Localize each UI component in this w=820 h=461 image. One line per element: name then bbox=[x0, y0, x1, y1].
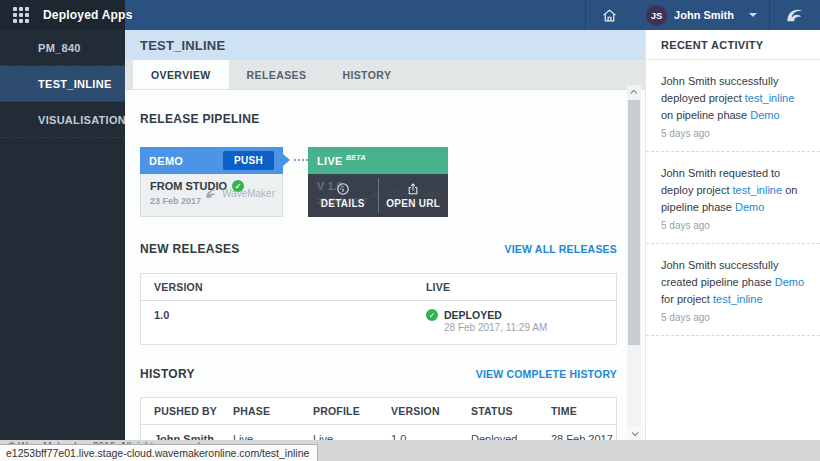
activity-item: John Smith successfully deployed project… bbox=[646, 60, 820, 152]
pipeline-arrow-icon bbox=[283, 154, 290, 166]
activity-text: on pipeline phase bbox=[661, 109, 750, 121]
sidebar-item-test-inline[interactable]: TEST_INLINE bbox=[0, 66, 125, 102]
status-bar-url: e1253bff77e01.live.stage-cloud.wavemaker… bbox=[0, 444, 318, 461]
activity-project-link[interactable]: test_inline bbox=[713, 293, 763, 305]
activity-phase-link[interactable]: Demo bbox=[735, 201, 764, 213]
new-releases-table: VERSION LIVE 1.0 ✓ DEPLOYED 28 Feb 2017,… bbox=[140, 273, 617, 345]
activity-item: John Smith requested to deploy project t… bbox=[646, 152, 820, 244]
history-version: 1.0 bbox=[391, 433, 471, 440]
push-button[interactable]: PUSH bbox=[223, 151, 274, 170]
overview-content: RELEASE PIPELINE DEMO PUSH FROM STUDIO ✓ bbox=[125, 90, 645, 440]
success-check-icon: ✓ bbox=[426, 309, 438, 321]
activity-project-link[interactable]: test_inline bbox=[733, 184, 783, 196]
table-row: John Smith Live Live 1.0 Deployed 28 Feb… bbox=[141, 425, 616, 440]
history-table: PUSHED BY PHASE PROFILE VERSION STATUS T… bbox=[140, 397, 617, 440]
home-button[interactable] bbox=[586, 0, 632, 30]
column-header-pushed-by: PUSHED BY bbox=[141, 405, 233, 417]
demo-phase-card: DEMO PUSH FROM STUDIO ✓ 23 Feb 2017 bbox=[140, 147, 283, 217]
sidebar-item-visualisation[interactable]: VISUALISATION bbox=[0, 102, 125, 138]
scrollbar-thumb[interactable] bbox=[628, 100, 640, 345]
column-header-profile: PROFILE bbox=[313, 405, 391, 417]
deployed-apps-window: Deployed Apps JS John Smith bbox=[0, 0, 820, 461]
sidebar: PM_840 TEST_INLINE VISUALISATION bbox=[0, 30, 125, 440]
brand-block: Deployed Apps bbox=[0, 0, 125, 30]
tab-history[interactable]: HISTORY bbox=[324, 60, 409, 89]
release-pipeline-heading: RELEASE PIPELINE bbox=[140, 112, 260, 126]
chevron-down-icon bbox=[749, 13, 757, 17]
page-title-band: TEST_INLINE bbox=[125, 30, 645, 60]
activity-phase-link[interactable]: Demo bbox=[750, 109, 779, 121]
demo-phase-label: DEMO bbox=[149, 155, 183, 167]
app-title: Deployed Apps bbox=[43, 8, 133, 22]
column-header-version: VERSION bbox=[141, 281, 426, 293]
column-header-status: STATUS bbox=[471, 405, 551, 417]
history-profile-link[interactable]: Live bbox=[313, 433, 391, 440]
release-version: 1.0 bbox=[141, 309, 426, 321]
view-all-releases-link[interactable]: VIEW ALL RELEASES bbox=[505, 243, 618, 255]
deploy-time: 28 Feb 2017, 11:29 AM bbox=[444, 322, 547, 333]
history-phase: Live bbox=[233, 433, 313, 440]
username: John Smith bbox=[674, 9, 734, 21]
activity-project-link[interactable]: test_inline bbox=[745, 92, 795, 104]
activity-time: 5 days ago bbox=[661, 128, 806, 139]
topbar-right: JS John Smith bbox=[125, 0, 820, 30]
share-icon bbox=[406, 182, 420, 196]
home-icon bbox=[601, 7, 618, 24]
activity-time: 5 days ago bbox=[661, 312, 806, 323]
live-phase-label: LIVE bbox=[317, 155, 343, 167]
footer: © WaveMaker Inc. 2016. All rights reserv… bbox=[0, 440, 820, 461]
open-url-button[interactable]: OPEN URL bbox=[379, 174, 449, 217]
history-time: 28 Feb 2017, bbox=[551, 433, 616, 440]
topbar: Deployed Apps JS John Smith bbox=[0, 0, 820, 30]
scroll-up-arrow[interactable] bbox=[627, 85, 641, 99]
sidebar-item-pm-840[interactable]: PM_840 bbox=[0, 30, 125, 66]
history-pushed-by: John Smith bbox=[141, 433, 233, 440]
activity-phase-link[interactable]: Demo bbox=[775, 276, 804, 288]
column-header-time: TIME bbox=[551, 405, 616, 417]
history-heading: HISTORY bbox=[140, 367, 195, 381]
avatar: JS bbox=[646, 5, 667, 26]
activity-text: for project bbox=[661, 293, 713, 305]
activity-time: 5 days ago bbox=[661, 220, 806, 231]
page-title: TEST_INLINE bbox=[140, 38, 225, 53]
wavemaker-logo-icon bbox=[770, 0, 820, 30]
column-header-live: LIVE bbox=[426, 281, 616, 293]
user-menu[interactable]: JS John Smith bbox=[632, 0, 769, 30]
details-button[interactable]: DETAILS bbox=[308, 174, 378, 217]
recent-activity-panel: RECENT ACTIVITY John Smith successfully … bbox=[645, 30, 820, 440]
column-header-phase: PHASE bbox=[233, 405, 313, 417]
column-header-version: VERSION bbox=[391, 405, 471, 417]
vertical-scrollbar[interactable] bbox=[627, 85, 641, 440]
table-row: 1.0 ✓ DEPLOYED 28 Feb 2017, 11:29 AM bbox=[141, 301, 616, 344]
new-releases-heading: NEW RELEASES bbox=[140, 242, 240, 256]
activity-item: John Smith successfully created pipeline… bbox=[646, 244, 820, 336]
tab-releases[interactable]: RELEASES bbox=[229, 60, 325, 89]
main-panel: TEST_INLINE OVERVIEW RELEASES HISTORY RE… bbox=[125, 30, 645, 440]
beta-badge: BETA bbox=[346, 154, 366, 161]
live-card-actions: DETAILS OPEN URL bbox=[308, 174, 448, 217]
tab-overview[interactable]: OVERVIEW bbox=[133, 60, 229, 89]
info-icon bbox=[336, 182, 350, 196]
tabbar: OVERVIEW RELEASES HISTORY bbox=[125, 60, 645, 90]
release-pipeline: DEMO PUSH FROM STUDIO ✓ 23 Feb 2017 bbox=[140, 147, 645, 217]
activity-text: John Smith successfully created pipeline… bbox=[661, 259, 778, 288]
view-complete-history-link[interactable]: VIEW COMPLETE HISTORY bbox=[476, 368, 617, 380]
live-phase-card: LIVE BETA V 1.0 28 Feb 2017 WaveMaker bbox=[308, 147, 448, 217]
wavemaker-watermark: WaveMaker bbox=[204, 186, 275, 201]
deploy-status: DEPLOYED bbox=[444, 309, 502, 321]
apps-grid-icon[interactable] bbox=[13, 7, 29, 23]
recent-activity-heading: RECENT ACTIVITY bbox=[646, 30, 820, 60]
scroll-down-arrow[interactable] bbox=[627, 426, 641, 440]
history-status: Deployed bbox=[471, 433, 551, 440]
